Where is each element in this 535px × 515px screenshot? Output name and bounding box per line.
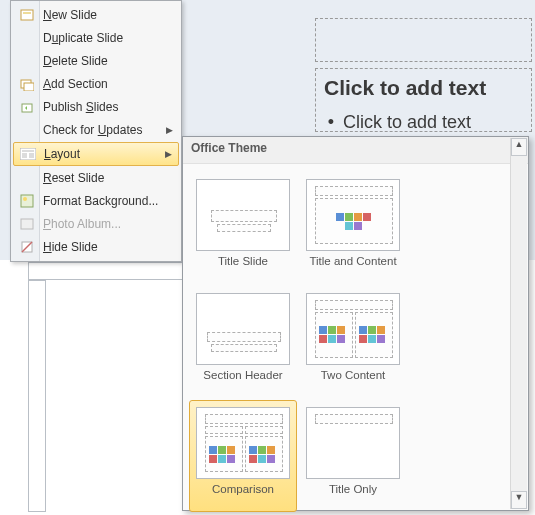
svg-rect-9 [21,195,33,207]
svg-rect-11 [21,219,33,229]
menu-item-delete-slide[interactable]: Delete Slide [13,50,179,72]
layout-option-title-only[interactable]: Title Only [299,400,407,512]
svg-rect-0 [21,10,33,20]
layout-option-label: Title and Content [309,255,396,281]
scroll-down-icon[interactable]: ▼ [511,491,527,509]
layout-option-title-slide[interactable]: Title Slide [189,172,297,284]
menu-item-add-section[interactable]: Add Section [13,73,179,95]
menu-item-label: Reset Slide [43,171,161,185]
menu-item-label: Delete Slide [43,54,161,68]
layout-option-label: Title Slide [218,255,268,281]
svg-rect-8 [29,153,34,158]
layout-submenu: Office Theme Title SlideTitle and Conten… [182,136,529,511]
menu-item-format-background[interactable]: Format Background... [13,190,179,212]
menu-item-hide-slide[interactable]: Hide Slide [13,236,179,258]
layout-option-label: Title Only [329,483,377,509]
menu-item-duplicate-slide[interactable]: Duplicate Slide [13,27,179,49]
menu-item-photo-album: Photo Album... [13,213,179,235]
svg-point-10 [23,197,27,201]
photo-album-icon [17,215,37,233]
layout-submenu-header: Office Theme [183,137,528,164]
add-section-icon [17,75,37,93]
publish-icon [17,98,37,116]
layout-option-label: Comparison [212,483,274,509]
menu-item-label: Layout [44,147,160,161]
layout-icon [18,145,38,163]
layout-option-comparison[interactable]: Comparison [189,400,297,512]
layout-option-section-header[interactable]: Section Header [189,286,297,398]
layout-scrollbar[interactable]: ▲ ▼ [510,138,527,509]
svg-rect-6 [22,150,34,152]
menu-item-label: Duplicate Slide [43,31,161,45]
menu-item-label: New Slide [43,8,161,22]
slide-body-placeholder-text[interactable]: • Click to add text [324,112,471,133]
layout-thumbnail [306,293,400,365]
menu-item-label: Photo Album... [43,217,161,231]
new-slide-icon [17,6,37,24]
svg-rect-7 [22,153,27,158]
layout-option-title-and-content[interactable]: Title and Content [299,172,407,284]
menu-item-label: Hide Slide [43,240,161,254]
vertical-ruler [28,280,46,512]
menu-item-label: Publish Slides [43,100,161,114]
layout-thumbnail [306,407,400,479]
layout-option-label: Two Content [321,369,386,395]
blank-icon [17,169,37,187]
slide-body-placeholder-label: Click to add text [343,112,471,132]
blank-icon [17,29,37,47]
layout-option-label: Section Header [203,369,282,395]
horizontal-ruler [28,262,190,280]
scroll-up-icon[interactable]: ▲ [511,138,527,156]
layout-option-two-content[interactable]: Two Content [299,286,407,398]
layout-thumbnail [196,293,290,365]
slide-title-placeholder-text[interactable]: Click to add text [324,76,486,100]
format-bg-icon [17,192,37,210]
layout-thumbnail [196,407,290,479]
menu-item-label: Add Section [43,77,161,91]
hide-slide-icon [17,238,37,256]
submenu-arrow-icon: ▶ [165,149,172,159]
slide-context-menu: New SlideDuplicate SlideDelete SlideAdd … [10,0,182,262]
slide-title-placeholder-box[interactable] [315,18,532,62]
layout-thumbnail [306,179,400,251]
menu-item-check-for-updates[interactable]: Check for Updates▶ [13,119,179,141]
svg-rect-1 [23,12,31,14]
bullet-icon: • [324,112,338,133]
submenu-arrow-icon: ▶ [166,125,173,135]
menu-item-label: Check for Updates [43,123,161,137]
layout-thumbnail [196,179,290,251]
menu-item-new-slide[interactable]: New Slide [13,4,179,26]
menu-item-reset-slide[interactable]: Reset Slide [13,167,179,189]
blank-icon [17,121,37,139]
svg-rect-3 [24,83,34,91]
blank-icon [17,52,37,70]
menu-item-label: Format Background... [43,194,161,208]
menu-item-publish-slides[interactable]: Publish Slides [13,96,179,118]
menu-item-layout[interactable]: Layout▶ [13,142,179,166]
